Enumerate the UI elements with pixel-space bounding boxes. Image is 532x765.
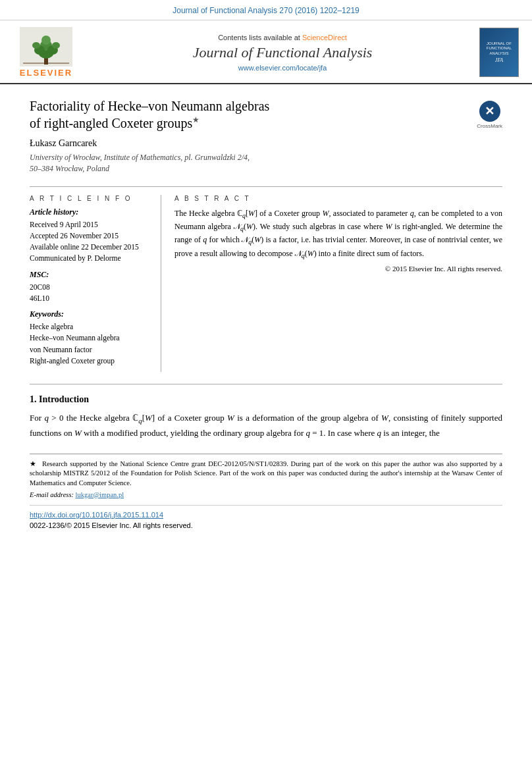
article-history-label: Article history:: [30, 207, 151, 217]
section-number: 1.: [30, 394, 37, 404]
paper-title: Factoriality of Hecke–von Neumann algebr…: [30, 97, 467, 132]
article-history-group: Article history: Received 9 April 2015 A…: [30, 207, 151, 265]
journal-cover-thumbnail: JOURNAL OFFUNCTIONALANALYSIS JFA: [479, 28, 519, 77]
sciencedirect-link[interactable]: ScienceDirect: [302, 34, 347, 41]
elsevier-tree-image: [20, 27, 72, 66]
section-title: 1. Introduction: [30, 394, 502, 405]
msc2: 46L10: [30, 293, 151, 304]
journal-top-bar: Journal of Functional Analysis 270 (2016…: [0, 0, 532, 20]
svg-point-3: [41, 36, 51, 45]
issn-text: 0022-1236/© 2015 Elsevier Inc. All right…: [30, 521, 193, 529]
journal-reference: Journal of Functional Analysis 270 (2016…: [173, 6, 359, 15]
footnote-text: ★ Research supported by the National Sci…: [30, 460, 502, 488]
journal-center: Contents lists available at ScienceDirec…: [86, 34, 479, 72]
elsevier-header: ELSEVIER Contents lists available at Sci…: [0, 20, 532, 84]
accepted-date: Accepted 26 November 2015: [30, 230, 151, 242]
keyword3: von Neumann factor: [30, 344, 151, 356]
abstract-text: The Hecke algebra ℂq[W] of a Coxeter gro…: [174, 207, 502, 261]
svg-point-7: [52, 42, 60, 49]
msc-group: MSC: 20C08 46L10: [30, 270, 151, 305]
affiliation-line2: 50–384 Wrocław, Poland: [30, 164, 109, 173]
keywords-label: Keywords:: [30, 309, 151, 319]
footnote-email: E-mail address: lukgar@impan.pl: [30, 491, 502, 498]
email-link[interactable]: lukgar@impan.pl: [76, 491, 124, 498]
abstract-copyright: © 2015 Elsevier Inc. All rights reserved…: [174, 265, 502, 273]
crossmark-label: CrossMark: [477, 123, 502, 129]
bottom-doi-section: http://dx.doi.org/10.1016/j.jfa.2015.11.…: [30, 505, 502, 531]
crossmark-button[interactable]: ✕ CrossMark: [477, 101, 502, 129]
article-info-heading: A R T I C L E I N F O: [30, 195, 151, 202]
affiliation-line1: University of Wrocław, Institute of Math…: [30, 153, 250, 162]
sciencedirect-line: Contents lists available at ScienceDirec…: [92, 34, 473, 41]
communicated-by: Communicated by P. Delorme: [30, 253, 151, 264]
section-heading-text: Introduction: [39, 394, 89, 404]
paper-title-line2: of right-angled Coxeter groups: [30, 116, 192, 130]
introduction-section: 1. Introduction For q > 0 the Hecke alge…: [30, 394, 502, 440]
article-info-column: A R T I C L E I N F O Article history: R…: [30, 195, 161, 373]
msc1: 20C08: [30, 282, 151, 293]
paper-title-section: Factoriality of Hecke–von Neumann algebr…: [30, 97, 502, 132]
keyword2: Hecke–von Neumann algebra: [30, 332, 151, 344]
article-info-abstract-section: A R T I C L E I N F O Article history: R…: [30, 186, 502, 373]
elsevier-logo-area: ELSEVIER: [7, 27, 86, 78]
introduction-body: For q > 0 the Hecke algebra ℂq[W] of a C…: [30, 411, 502, 440]
title-footnote-marker: ★: [192, 115, 200, 124]
section-divider: [30, 384, 502, 384]
journal-url[interactable]: www.elsevier.com/locate/jfa: [92, 64, 473, 72]
email-label: E-mail address:: [30, 491, 76, 498]
svg-point-6: [32, 42, 40, 49]
keywords-group: Keywords: Hecke algebra Hecke–von Neuman…: [30, 309, 151, 367]
received-date: Received 9 April 2015: [30, 219, 151, 230]
abstract-heading: A B S T R A C T: [174, 195, 502, 202]
paper-title-line1: Factoriality of Hecke–von Neumann algebr…: [30, 99, 269, 113]
journal-title-header: Journal of Functional Analysis: [92, 44, 473, 61]
author-affiliation: University of Wrocław, Institute of Math…: [30, 152, 502, 174]
doi-link[interactable]: http://dx.doi.org/10.1016/j.jfa.2015.11.…: [30, 511, 163, 519]
keyword1: Hecke algebra: [30, 321, 151, 332]
crossmark-icon: ✕: [485, 104, 494, 119]
main-content: Factoriality of Hecke–von Neumann algebr…: [0, 84, 532, 541]
crossmark-circle: ✕: [479, 101, 500, 122]
author-name: Łukasz Garncarek: [30, 138, 502, 149]
cover-text-main: JFA: [495, 57, 503, 63]
abstract-column: A B S T R A C T The Hecke algebra ℂq[W] …: [174, 195, 502, 373]
contents-text: Contents lists available at: [218, 34, 300, 41]
cover-text-top: JOURNAL OFFUNCTIONALANALYSIS: [487, 41, 512, 56]
page-wrapper: Journal of Functional Analysis 270 (2016…: [0, 0, 532, 541]
keyword4: Right-angled Coxeter group: [30, 356, 151, 367]
elsevier-text: ELSEVIER: [20, 68, 72, 78]
msc-label: MSC:: [30, 270, 151, 280]
footnote-area: ★ Research supported by the National Sci…: [30, 454, 502, 498]
available-date: Available online 22 December 2015: [30, 242, 151, 253]
